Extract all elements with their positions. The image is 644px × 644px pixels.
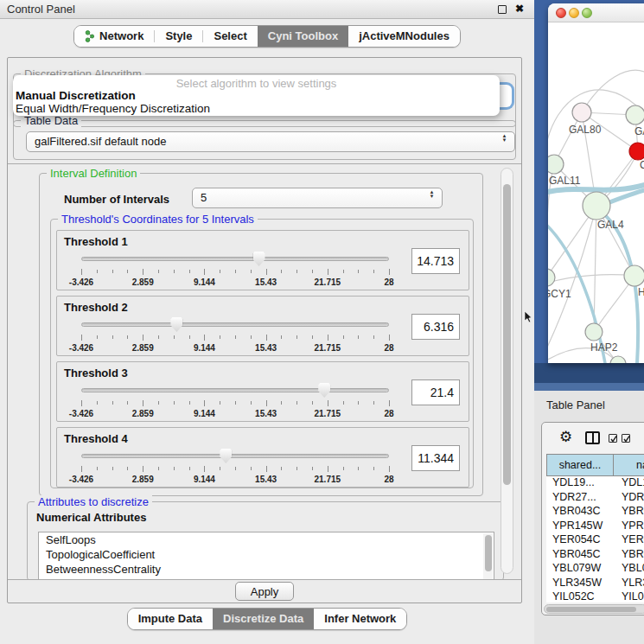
network-node-GCY1[interactable] <box>548 269 555 286</box>
table-row[interactable]: YBR043CYBR0 <box>546 505 644 520</box>
tick-mark <box>266 269 267 275</box>
slider-track[interactable] <box>81 388 389 392</box>
cell-shared-name[interactable]: YLR345W <box>546 577 614 591</box>
threshold-1-value-field[interactable]: 14.713 <box>411 248 460 274</box>
checkbox-icon[interactable] <box>622 434 630 443</box>
cell-name[interactable]: YPR1 <box>614 520 644 534</box>
close-icon[interactable]: ✖ <box>515 3 524 15</box>
tab-select[interactable]: Select <box>203 26 257 47</box>
tick-mark <box>174 401 175 405</box>
tab-jactivemnodules[interactable]: jActiveMNodules <box>348 26 460 47</box>
cell-shared-name[interactable]: YBL079W <box>546 562 614 577</box>
threshold-4-slider[interactable]: -3.4262.8599.14415.4321.71528 <box>81 449 389 487</box>
checkbox-icon[interactable] <box>609 434 617 443</box>
cell-name[interactable]: YBR0 <box>614 505 644 520</box>
list-scrollbar[interactable] <box>483 533 493 580</box>
columns-icon[interactable] <box>585 431 600 444</box>
cell-shared-name[interactable]: YDL19... <box>546 476 614 491</box>
network-node-H[interactable] <box>624 265 644 286</box>
panel-scrollbar[interactable] <box>501 168 513 574</box>
threshold-3-value-field[interactable]: 21.4 <box>411 379 460 405</box>
tab-cyni-toolbox[interactable]: Cyni Toolbox <box>258 26 348 47</box>
attribute-list-item[interactable]: BetweennessCentrality <box>39 562 494 577</box>
dropdown-option-equal-width-frequency[interactable]: Equal Width/Frequency Discretization <box>16 102 210 115</box>
column-header-shared-name[interactable]: shared... <box>546 454 614 476</box>
tab-impute-data[interactable]: Impute Data <box>128 609 213 629</box>
cell-shared-name[interactable]: YER054C <box>546 533 614 548</box>
network-node-GAL4[interactable] <box>583 192 610 220</box>
numerical-attributes-list[interactable]: SelfLoopsTopologicalCoefficientBetweenne… <box>38 532 494 580</box>
tick-mark <box>281 270 282 273</box>
tab-infer-network[interactable]: Infer Network <box>314 609 406 629</box>
table-data-combobox[interactable]: galFiltered.sif default node ▲▼ <box>26 131 515 152</box>
cell-name[interactable]: YLR3 <box>614 577 644 591</box>
tick-mark <box>97 467 98 470</box>
tab-style[interactable]: Style <box>155 26 202 47</box>
cell-name[interactable]: YDR2 <box>614 491 644 506</box>
tab-network[interactable]: Network <box>74 26 154 47</box>
network-node-GA[interactable] <box>626 105 644 124</box>
table-row[interactable]: YDR27...YDR2 <box>546 491 644 506</box>
tick-mark <box>81 269 82 275</box>
number-of-intervals-combobox[interactable]: 5 ▲▼ <box>192 188 443 208</box>
network-canvas[interactable]: GAL80GACGAL11GAL4GCY1HHAP2 <box>548 22 644 363</box>
table-row[interactable]: YBR045CYBR0 <box>546 548 644 563</box>
stepper-arrows-icon[interactable]: ▲▼ <box>428 190 436 199</box>
tick-mark <box>189 467 190 470</box>
group-title: Attributes to discretize <box>35 495 152 508</box>
cell-name[interactable]: YBR0 <box>614 548 644 563</box>
table-row[interactable]: YLR345WYLR3 <box>546 577 644 591</box>
table-row[interactable]: YIL052CYIL0 <box>546 590 644 603</box>
minimize-traffic-light-icon[interactable] <box>569 8 579 18</box>
cell-shared-name[interactable]: YBR043C <box>546 505 614 520</box>
network-node-GAL11[interactable] <box>548 155 564 174</box>
attribute-list-item[interactable]: SelfLoops <box>39 532 494 547</box>
table-row[interactable]: YER054CYER0 <box>546 533 644 548</box>
table-horizontal-scrollbar[interactable] <box>544 604 644 614</box>
apply-button[interactable]: Apply <box>235 582 294 601</box>
table-row[interactable]: YBL079WYBL0 <box>546 562 644 577</box>
cell-name[interactable]: YER0 <box>614 533 644 548</box>
slider-thumb[interactable] <box>220 449 232 463</box>
tick-mark <box>296 467 297 470</box>
threshold-1-slider[interactable]: -3.4262.8599.14415.4321.71528 <box>81 252 389 290</box>
dropdown-option-manual-discretization[interactable]: Manual Discretization <box>16 89 136 102</box>
threshold-3-slider[interactable]: -3.4262.8599.14415.4321.71528 <box>81 383 389 421</box>
cell-shared-name[interactable]: YBR045C <box>546 548 614 563</box>
threshold-4-value-field[interactable]: 11.344 <box>411 445 460 471</box>
network-node-red-node[interactable] <box>629 143 644 160</box>
cell-name[interactable]: YDL1 <box>614 476 644 491</box>
slider-thumb[interactable] <box>253 252 265 266</box>
cell-shared-name[interactable]: YIL052C <box>546 590 614 603</box>
stepper-arrows-icon[interactable]: ▲▼ <box>501 134 508 143</box>
close-traffic-light-icon[interactable] <box>556 8 566 18</box>
table-row[interactable]: YPR145WYPR1 <box>546 520 644 534</box>
scale-label: 9.144 <box>194 475 215 484</box>
slider-thumb[interactable] <box>318 383 330 398</box>
column-header-name[interactable]: na <box>614 454 644 476</box>
network-view-window[interactable]: GAL80GACGAL11GAL4GCY1HHAP2 <box>548 3 644 363</box>
cell-shared-name[interactable]: YDR27... <box>546 491 614 506</box>
float-panel-icon[interactable] <box>498 5 507 14</box>
cell-name[interactable]: YBL0 <box>614 562 644 577</box>
cell-name[interactable]: YIL0 <box>614 590 644 603</box>
slider-thumb[interactable] <box>170 317 182 332</box>
slider-track[interactable] <box>81 454 389 458</box>
threshold-2-slider[interactable]: -3.4262.8599.14415.4321.71528 <box>81 317 389 355</box>
network-node-GAL80[interactable] <box>572 103 591 122</box>
network-window-titlebar[interactable] <box>548 3 644 22</box>
cell-shared-name[interactable]: YPR145W <box>546 520 614 534</box>
tick-mark <box>204 269 205 275</box>
attribute-list-item[interactable]: TopologicalCoefficient <box>39 547 494 562</box>
threshold-2-value-field[interactable]: 6.316 <box>411 314 460 340</box>
threshold-2-panel: Threshold 2 -3.4262.8599.14415.4321.7152… <box>56 296 469 356</box>
slider-track[interactable] <box>81 257 389 261</box>
zoom-traffic-light-icon[interactable] <box>582 8 592 18</box>
network-node-HAP2[interactable] <box>585 323 603 341</box>
tab-discretize-data[interactable]: Discretize Data <box>213 609 314 629</box>
tick-mark <box>112 335 113 339</box>
gear-icon[interactable]: ⚙ <box>559 429 572 446</box>
slider-track[interactable] <box>81 322 389 327</box>
table-row[interactable]: YDL19...YDL1 <box>546 476 644 491</box>
table-header-row: shared... na <box>546 454 644 476</box>
